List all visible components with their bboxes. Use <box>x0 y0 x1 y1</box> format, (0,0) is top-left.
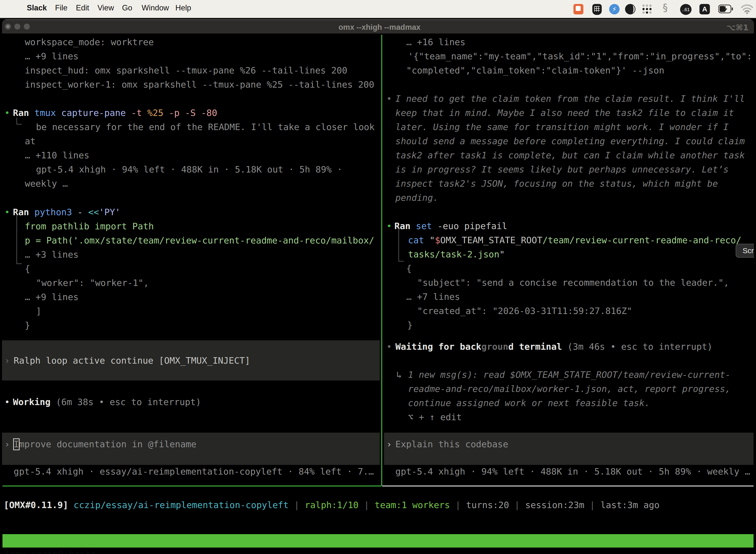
tmux-output-line: be necessary for the end of the README. … <box>36 122 375 132</box>
json-output-line: "created_at": "2026-03-31T11:59:27.816Z" <box>417 306 632 317</box>
chat-app-icon[interactable] <box>573 4 583 14</box>
left-head-line: workspace_mode: worktree <box>25 37 154 48</box>
thinking-line: is in progress? It seems likely but perh… <box>395 164 729 175</box>
mailbox-message-line: continue assigned work or next feasible … <box>408 398 650 408</box>
left-head-line: … +9 lines <box>25 51 79 62</box>
tmux-session-window[interactable]: [omx-cczip0:bash* <box>4 548 96 554</box>
python-output-line: { <box>25 263 30 274</box>
menu-go[interactable]: Go <box>122 3 132 12</box>
input-source-icon[interactable]: A <box>699 4 710 14</box>
code-block-guide <box>398 228 404 262</box>
tmux-output-line: gpt-5.4 xhigh · 94% left · 488K in · 5.1… <box>36 164 342 175</box>
python-output-line: "worker": "worker-1", <box>36 277 149 288</box>
hook-squiggle-icon[interactable]: § <box>663 2 668 13</box>
right-pane-bottom-border <box>382 486 754 487</box>
text-cursor: I <box>14 439 19 450</box>
waiting-status: Waiting for background terminal (3m 46s … <box>395 341 712 352</box>
menu-edit[interactable]: Edit <box>76 3 89 12</box>
mailbox-message-line: readme-and-reco/mailbox/worker-1.json, a… <box>408 384 731 394</box>
bullet-icon: • <box>386 221 392 232</box>
menu-app-name[interactable]: Slack <box>27 3 47 12</box>
ran-python-command: Ran python3 - <<'PY' <box>13 207 121 218</box>
desktop: Slack File Edit View Go Window Help ⚡ § … <box>0 0 756 554</box>
python-output-line: } <box>25 320 30 331</box>
input-prompt-icon: › <box>4 439 10 450</box>
cat-command-line: tasks/task-2.json" <box>408 249 505 260</box>
macos-menu-bar: Slack File Edit View Go Window Help ⚡ § … <box>0 0 756 18</box>
menu-help[interactable]: Help <box>175 3 191 12</box>
menu-file[interactable]: File <box>55 3 67 12</box>
battery-icon[interactable] <box>718 4 734 15</box>
dots-grid-icon[interactable] <box>642 4 652 14</box>
json-output-line: "subject": "send a concise recommendatio… <box>417 277 729 288</box>
json-output-line: } <box>407 320 413 331</box>
thinking-line: later. Using the same for transition mig… <box>395 122 729 132</box>
thinking-line: I need to get the claim token from the c… <box>395 93 745 104</box>
left-pane-bottom-border <box>2 486 381 487</box>
menu-view[interactable]: View <box>98 3 114 12</box>
python-output-line: … +9 lines <box>25 292 79 302</box>
menu-window[interactable]: Window <box>142 3 169 12</box>
tmux-output-line: at <box>25 136 36 147</box>
left-model-status-line: gpt-5.4 xhigh · essay/ai-reimplementatio… <box>14 466 374 477</box>
right-input-placeholder[interactable]: Explain this codebase <box>395 439 508 450</box>
input-prompt-icon: › <box>386 439 392 450</box>
window-close-button[interactable] <box>5 23 11 30</box>
json-output-line: … +7 lines <box>406 291 460 302</box>
thinking-line: keep that in mind. Maybe I also need the… <box>395 107 734 118</box>
window-minimize-button[interactable] <box>14 23 20 30</box>
ran-set-command: Ran set -euo pipefail <box>394 221 507 232</box>
bullet-icon: • <box>386 93 392 104</box>
tmux-output-line: … +110 lines <box>25 150 89 161</box>
shield-grid-icon[interactable] <box>592 4 602 15</box>
bullet-icon: • <box>4 107 10 118</box>
omx-hud-status-bar: [OMX#0.11.9] cczip/essay/ai-reimplementa… <box>4 500 659 510</box>
python-more-line: … +3 lines <box>25 249 79 260</box>
left-head-line: inspect_worker-1: omx sparkshell --tmux-… <box>25 79 374 90</box>
spinner-icon: • <box>4 397 10 407</box>
blue-badge-icon[interactable]: ⚡ <box>609 4 620 14</box>
thinking-line: inspect task2's JSON, focusing on the st… <box>395 178 718 189</box>
mailbox-message-line: 1 new msg(s): read $OMX_TEAM_STATE_ROOT/… <box>408 369 731 380</box>
dark-circle-icon[interactable] <box>625 4 635 14</box>
json-output-line: { <box>406 263 412 274</box>
right-head-line: '{"team_name":"my-team","task_id":"1","f… <box>408 51 752 62</box>
window-zoom-button[interactable] <box>24 23 30 30</box>
window-shortcut-badge: ⌥⌘1 <box>727 23 749 32</box>
working-status: Working (6m 38s • esc to interrupt) <box>13 397 201 407</box>
inject-prompt-icon: › <box>4 355 10 366</box>
right-head-line: "completed","claim_token":"claim-token"}… <box>406 65 664 76</box>
bullet-icon: • <box>4 207 10 218</box>
output-corner-guide <box>16 118 22 125</box>
code-block-guide <box>16 214 22 264</box>
counter-badge-icon[interactable]: ..61 <box>680 4 692 15</box>
window-title: omx --xhigh --madmax <box>288 23 471 32</box>
thinking-line: pending. <box>395 192 438 203</box>
cat-command-line: cat "$OMX_TEAM_STATE_ROOT/team/review-cu… <box>408 235 741 246</box>
thinking-line: task2 after task1 is complete, but can I… <box>395 150 745 161</box>
right-model-status-line: gpt-5.4 xhigh · 94% left · 488K in · 5.1… <box>395 466 750 477</box>
tmux-output-line: weekly … <box>25 178 68 189</box>
python-code-line: from pathlib import Path <box>25 221 154 232</box>
ran-tmux-command: Ran tmux capture-pane -t %25 -p -S -80 <box>13 107 217 118</box>
inject-message-text: Ralph loop active continue [OMX_TMUX_INJ… <box>14 355 250 366</box>
right-head-line: … +16 lines <box>406 37 465 48</box>
terminal-window: omx --xhigh --madmax ⌥⌘1 workspace_mode:… <box>2 19 754 554</box>
screen-tooltip: Scre <box>736 244 754 258</box>
thinking-line: should send a message before completing … <box>395 136 745 147</box>
python-code-line: p = Path('.omx/state/team/review-current… <box>25 235 374 246</box>
bullet-icon: • <box>386 341 392 352</box>
reply-arrow-icon: ↳ <box>396 369 402 380</box>
tmux-status-bar: [omx-cczip0:bash* "MacBook-Pro-44.local"… <box>2 534 754 548</box>
left-head-line: inspect_hud: omx sparkshell --tmux-pane … <box>25 65 347 76</box>
pane-divider[interactable] <box>381 35 382 486</box>
edit-shortcut-hint: ⌥ + ↑ edit <box>408 412 462 423</box>
python-output-line: ] <box>36 306 42 317</box>
left-input-placeholder[interactable]: Improve documentation in @filename <box>14 439 196 450</box>
wifi-icon[interactable] <box>741 4 754 15</box>
